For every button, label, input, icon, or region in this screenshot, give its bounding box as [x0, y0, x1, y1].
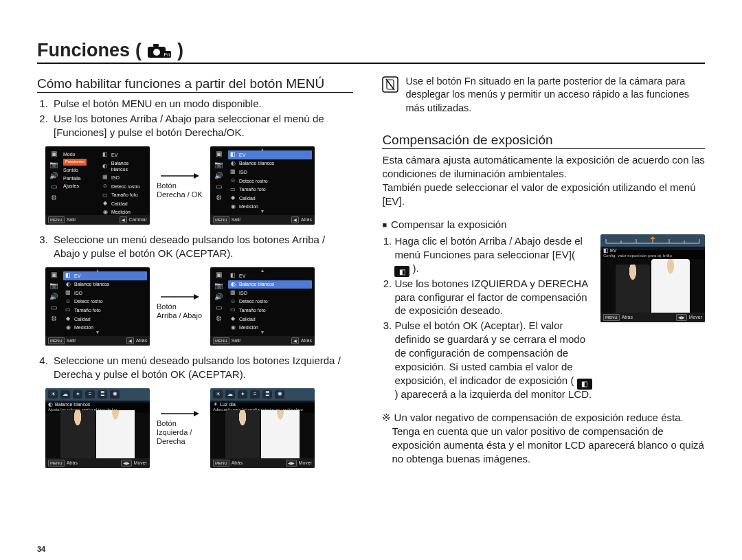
- mode-icon: ▣: [216, 271, 222, 278]
- camera-icon: 📷: [214, 282, 223, 289]
- svg-text:Fn: Fn: [164, 52, 170, 58]
- ev-scale-topbar: [603, 236, 702, 245]
- mode-icon: ▣: [51, 150, 57, 157]
- func-item-ev: ◧EV: [228, 150, 312, 159]
- mode-icon: ▣: [216, 150, 222, 157]
- display-icon: ▭: [216, 183, 222, 190]
- chevron-down-icon: ▼: [260, 208, 265, 214]
- screen-footer: MENUSalir ◀Cambiar: [45, 215, 150, 225]
- cloud-icon: ☁: [60, 390, 70, 399]
- ev-step-3: Pulse el botón OK (Aceptar). El valor de…: [394, 319, 592, 401]
- ev-screen-wrap: ◧EV Config. valor exposición para aj. br…: [600, 234, 705, 403]
- right-section-title: Compensación de exposición: [382, 131, 705, 149]
- camera-photo-daylight: ☀ ☁ ✦ ≡ ≣ ✺ ☀Luz día Adecuado para fotog…: [210, 388, 315, 468]
- camera-icon: 📷: [214, 161, 223, 168]
- display-icon: ▭: [51, 304, 57, 311]
- info-note-icon: [382, 76, 398, 93]
- arrow-right-ok: Botón Derecha / OK: [157, 172, 203, 199]
- camera-screen-wb-selected: ▲ ▣ 📷 🔊 ▭ ⚙ ◧EV ◐Balance blancos ▦ISO ☺D…: [210, 267, 315, 346]
- note-marker: ※: [382, 412, 394, 423]
- photo-people: [45, 410, 150, 458]
- svg-marker-10: [194, 411, 199, 416]
- figure-row-2: ▲ ▣ 📷 🔊 ▭ ⚙ ◧EV ◐Balance blancos ▦ISO ☺D…: [45, 267, 353, 346]
- step-3: Seleccione un menú deseado pulsando los …: [51, 233, 353, 260]
- right-column: Use el botón Fn situado en la parte post…: [382, 75, 705, 476]
- fluor1-icon: ≡: [85, 390, 95, 399]
- columns: Cómo habilitar funciones a partir del bo…: [37, 75, 705, 476]
- step-1: Pulse el botón MENU en un modo disponibl…: [51, 97, 353, 111]
- camera-photo-ev: ◧EV Config. valor exposición para aj. br…: [600, 234, 705, 322]
- gear-icon: ⚙: [51, 194, 57, 201]
- page-number: 34: [37, 545, 45, 553]
- svg-rect-1: [153, 44, 159, 47]
- ev-block: Haga clic el botón Arriba / Abajo desde …: [382, 234, 705, 403]
- tungsten-icon: ✺: [275, 390, 284, 399]
- root-sub-list: ◧EV ◐Balance blancos ▦ISO ☺Detecc rostro…: [100, 150, 147, 216]
- title-paren-open: (: [135, 40, 142, 61]
- fluor2-icon: ≣: [98, 390, 107, 399]
- sound-icon: 🔊: [49, 293, 58, 300]
- gear-icon: ⚙: [216, 315, 222, 322]
- camera-fn-icon: Fn: [147, 43, 172, 59]
- fluor1-icon: ≡: [250, 390, 260, 399]
- title-paren-close: ): [177, 40, 183, 61]
- sound-icon: 🔊: [49, 172, 58, 179]
- sound-icon: 🔊: [214, 172, 223, 179]
- left-step-4: Seleccione un menú deseado pulsando los …: [37, 354, 353, 381]
- sound-icon: 🔊: [214, 293, 223, 300]
- step-4: Seleccione un menú deseado pulsando los …: [51, 354, 353, 381]
- manual-page: Funciones ( Fn ) Cómo habilitar funcione…: [0, 0, 742, 560]
- page-title: Funciones: [37, 40, 130, 61]
- camera-photo-wb: ☀ ☁ ✦ ≡ ≣ ✺ ◐Balance blancos Ajusta los …: [45, 388, 150, 468]
- cloud-icon: ☁: [225, 390, 235, 399]
- left-section-title: Cómo habilitar funciones a partir del bo…: [37, 75, 353, 93]
- left-step-3: Seleccione un menú deseado pulsando los …: [37, 233, 353, 260]
- camera-screen-ev-selected: ▲ ▣ 📷 🔊 ▭ ⚙ ◧EV ◐Balance blancos ▦ISO ☺D…: [45, 267, 150, 346]
- daylight-topbar: ☀ ☁ ✦ ≡ ≣ ✺: [213, 390, 312, 399]
- tungsten-icon: ✺: [110, 390, 120, 399]
- ev-icon-inline-2: ◧: [577, 379, 592, 390]
- left-icons-col-b: ▣ 📷 🔊 ▭ ⚙: [212, 150, 225, 201]
- ev-icon: ◧: [394, 266, 409, 277]
- arrow-left-right: Botón Izquierda / Derecha: [157, 410, 203, 447]
- left-column: Cómo habilitar funciones a partir del bo…: [37, 75, 353, 476]
- figure-row-3: ☀ ☁ ✦ ≡ ≣ ✺ ◐Balance blancos Ajusta los …: [45, 388, 353, 468]
- screen-footer-b: MENUSalir ◀Atrás: [210, 215, 315, 225]
- display-icon: ▭: [51, 183, 57, 190]
- sun-icon: ☀: [48, 390, 58, 399]
- svg-point-2: [153, 49, 160, 56]
- sun-icon: ☀: [213, 390, 223, 399]
- arrow-label-1: Botón Derecha / OK: [157, 181, 203, 199]
- info-note: Use el botón Fn situado en la parte post…: [382, 75, 705, 115]
- figure-row-1: ▣ 📷 🔊 ▭ ⚙ Modo Funciones Sonido Pantalla…: [45, 146, 353, 225]
- bulb-icon: ✦: [73, 390, 82, 399]
- info-note-text: Use el botón Fn situado en la parte post…: [405, 75, 705, 115]
- svg-marker-8: [194, 294, 199, 300]
- camera-icon: 📷: [49, 161, 58, 168]
- left-steps-1-2: Pulse el botón MENU en un modo disponibl…: [37, 97, 353, 139]
- ev-steps-text: Haga clic el botón Arriba / Abajo desde …: [382, 234, 592, 403]
- camera-screen-menu-root: ▣ 📷 🔊 ▭ ⚙ Modo Funciones Sonido Pantalla…: [45, 146, 150, 225]
- step-2: Use los botones Arriba / Abajo para sele…: [51, 112, 353, 139]
- right-note-negative: ※ Un valor negativo de compensación de e…: [382, 411, 705, 466]
- mode-icon: ▣: [51, 271, 57, 278]
- camera-icon: 📷: [49, 282, 58, 289]
- gear-icon: ⚙: [51, 315, 57, 322]
- page-title-row: Funciones ( Fn ): [37, 40, 705, 64]
- right-bullet: Compensar la exposición: [382, 218, 705, 232]
- svg-marker-21: [650, 236, 655, 239]
- fluor2-icon: ≣: [262, 390, 272, 399]
- ev-step-1: Haga clic el botón Arriba / Abajo desde …: [394, 234, 592, 276]
- svg-marker-6: [194, 173, 199, 179]
- display-icon: ▭: [216, 304, 222, 311]
- camera-screen-funciones-list: ▲ ▣ 📷 🔊 ▭ ⚙ ◧EV ◐Balance blancos ▦ISO ☺D…: [210, 146, 315, 225]
- right-para-2: También puede seleccionar el valor de ex…: [382, 181, 705, 208]
- ev-step-2: Use los botones IZQUIERDA y DERECHA para…: [394, 277, 592, 318]
- left-icons-col: ▣ 📷 🔊 ▭ ⚙: [47, 150, 60, 201]
- bulb-icon: ✦: [238, 390, 247, 399]
- gear-icon: ⚙: [216, 194, 222, 201]
- arrow-up-down: Botón Arriba / Abajo: [157, 293, 203, 320]
- ev-steps: Haga clic el botón Arriba / Abajo desde …: [382, 234, 592, 401]
- funciones-list: ◧EV ◐Balance blancos ▦ISO ☺Detecc rostro…: [228, 150, 312, 211]
- right-para-1: Esta cámara ajusta automáticamente la ex…: [382, 153, 705, 181]
